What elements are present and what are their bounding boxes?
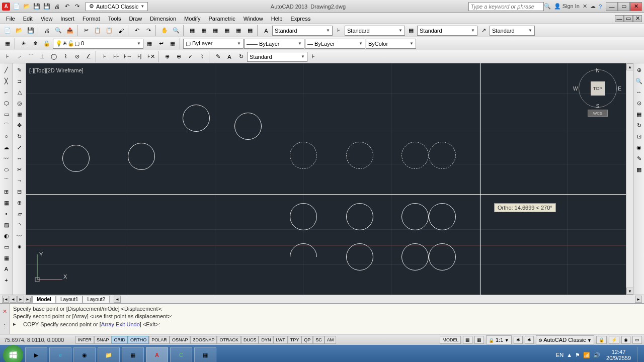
offset-button[interactable]: ◎ — [14, 98, 25, 108]
toggle-snap[interactable]: SNAP — [94, 336, 112, 344]
toggle-tpy[interactable]: TPY — [288, 336, 302, 344]
layer-lock-button[interactable]: 🔒 — [41, 38, 52, 49]
join-button[interactable]: ⊕ — [14, 198, 25, 208]
toggle-osnap[interactable]: OSNAP — [170, 336, 191, 344]
hardware-accel-icon[interactable]: ⚡ — [609, 336, 619, 344]
app-icon[interactable]: A — [2, 3, 10, 11]
tab-nav-prev[interactable]: ◄ — [10, 296, 17, 303]
scroll-down-icon[interactable]: ▼ — [626, 288, 633, 295]
circle[interactable] — [62, 145, 90, 172]
lineweight-combo[interactable]: — ByLayer▼ — [305, 39, 365, 49]
arc-button[interactable]: ⌒ — [1, 120, 12, 130]
toggle-polar[interactable]: POLAR — [149, 336, 170, 344]
cut-button[interactable]: ✂ — [80, 25, 92, 36]
scrollbar-horizontal[interactable]: ◄ ► — [114, 296, 642, 303]
doc-close-button[interactable]: ✕ — [633, 15, 642, 22]
dim-arc-button[interactable]: ⌒ — [25, 51, 36, 62]
toggle-am[interactable]: AM — [325, 336, 337, 344]
menu-parametric[interactable]: Parametric — [204, 14, 239, 23]
taskbar-media-icon[interactable]: ▶ — [25, 347, 47, 362]
menu-view[interactable]: View — [37, 14, 57, 23]
dim-linear-button[interactable]: ⊦ — [2, 51, 13, 62]
inspect-button[interactable]: ✓ — [185, 51, 196, 62]
circle[interactable] — [346, 203, 373, 230]
plot-button[interactable]: 🖨 — [41, 25, 52, 36]
new-button[interactable]: 📄 — [2, 25, 13, 36]
addselected-button[interactable]: + — [1, 275, 12, 285]
properties-button[interactable]: ▦ — [187, 25, 198, 36]
copy-button[interactable]: 📋 — [92, 25, 103, 36]
dim-space-button[interactable]: ⊦| — [134, 51, 145, 62]
menu-edit[interactable]: Edit — [19, 14, 37, 23]
tab-nav-next[interactable]: ► — [17, 296, 24, 303]
viewcube-face-top[interactable]: TOP — [591, 81, 605, 96]
stretch-button[interactable]: ↔ — [14, 153, 25, 163]
tray-flag-icon[interactable]: ⚑ — [575, 352, 580, 358]
cmd-handle-icon[interactable]: ⋮ — [2, 323, 8, 330]
cmd-input-line[interactable]: ▸ COPY Specify second point or [ Array E… — [13, 320, 641, 328]
scroll-left-icon[interactable]: ◄ — [114, 296, 121, 303]
zoom-button[interactable]: 🔍 — [171, 25, 182, 36]
publish-button[interactable]: 📤 — [64, 25, 75, 36]
viewcube[interactable]: NSEW TOP WCS — [578, 69, 618, 120]
layer-iso-button[interactable]: ▦ — [167, 38, 178, 49]
save-icon[interactable]: 💾 — [32, 2, 41, 11]
circle-selected[interactable] — [290, 142, 317, 169]
circle[interactable] — [128, 143, 155, 170]
tray-network-icon[interactable]: 📶 — [583, 352, 590, 358]
circle[interactable] — [401, 243, 429, 270]
tolerance-button[interactable]: ⊕ — [162, 51, 173, 62]
scroll-right-icon[interactable]: ► — [635, 296, 642, 303]
menu-format[interactable]: Format — [78, 14, 104, 23]
menu-window[interactable]: Window — [239, 14, 267, 23]
model-space-button[interactable]: MODEL — [440, 336, 461, 344]
dim-continue-button[interactable]: ⊦→ — [122, 51, 133, 62]
circle[interactable] — [429, 243, 456, 270]
annoadd-icon[interactable]: ✱ — [525, 336, 534, 344]
toolbar-lock-icon[interactable]: 🔒 — [596, 336, 607, 344]
isolate-icon[interactable]: ◉ — [621, 336, 630, 344]
nav4-button[interactable]: ⊙ — [633, 98, 644, 108]
circle[interactable] — [234, 113, 262, 140]
dim-update-button[interactable]: ↻ — [235, 51, 247, 62]
dim-style-combo[interactable]: Standard▼ — [345, 26, 405, 36]
table-button[interactable]: ▦ — [1, 253, 12, 263]
viewport-label[interactable]: [-][Top][2D Wireframe] — [29, 67, 84, 73]
circle[interactable] — [429, 203, 456, 230]
fillet-button[interactable]: ◝ — [14, 220, 25, 230]
rectangle-button[interactable]: ▭ — [1, 109, 12, 119]
dim-break-button[interactable]: ⊦✕ — [145, 51, 156, 62]
nav6-button[interactable]: ↻ — [633, 120, 644, 130]
taskbar-app2-icon[interactable]: ▦ — [194, 347, 216, 362]
menu-help[interactable]: Help — [267, 14, 287, 23]
circle[interactable] — [290, 203, 317, 230]
erase-button[interactable]: ✎ — [14, 65, 25, 75]
nav9-button[interactable]: ✎ — [633, 153, 644, 163]
extend-button[interactable]: → — [14, 175, 25, 186]
scrollbar-vertical[interactable]: ▲ ▼ — [626, 63, 633, 295]
cmd-close-icon[interactable]: ✕ — [3, 308, 7, 315]
help-icon[interactable]: ? — [599, 4, 602, 10]
grid-icon[interactable]: ▦ — [463, 336, 472, 344]
drawing-canvas[interactable]: [-][Top][2D Wireframe] Ortho: 14.6699 < … — [26, 63, 633, 295]
tab-model[interactable]: Model — [32, 296, 56, 303]
toggle-ortho[interactable]: ORTHO — [128, 336, 149, 344]
taskbar-app-icon[interactable]: ▦ — [122, 347, 144, 362]
dim-style-combo2[interactable]: Standard▼ — [247, 52, 307, 62]
new-icon[interactable]: 📄 — [12, 2, 21, 11]
save-button[interactable]: 💾 — [25, 25, 36, 36]
dim-tedit-button[interactable]: A — [224, 51, 235, 62]
dim-baseline-button[interactable]: ⊦⊦ — [111, 51, 122, 62]
circle-selected[interactable] — [401, 142, 429, 169]
jogged-linear-button[interactable]: ⌇ — [196, 51, 207, 62]
line-button[interactable]: ╱ — [1, 65, 12, 75]
doc-restore-button[interactable]: ▭ — [624, 15, 633, 22]
circle[interactable] — [183, 105, 210, 132]
close-button[interactable]: ✕ — [630, 2, 642, 11]
copy2-button[interactable]: ⊐ — [14, 76, 25, 86]
nav3-button[interactable]: ↔ — [633, 87, 644, 97]
pline-button[interactable]: ⌐ — [1, 87, 12, 97]
ucs-icon[interactable]: YX — [32, 249, 67, 285]
nav5-button[interactable]: ▦ — [633, 109, 644, 119]
menu-modify[interactable]: Modify — [180, 14, 204, 23]
